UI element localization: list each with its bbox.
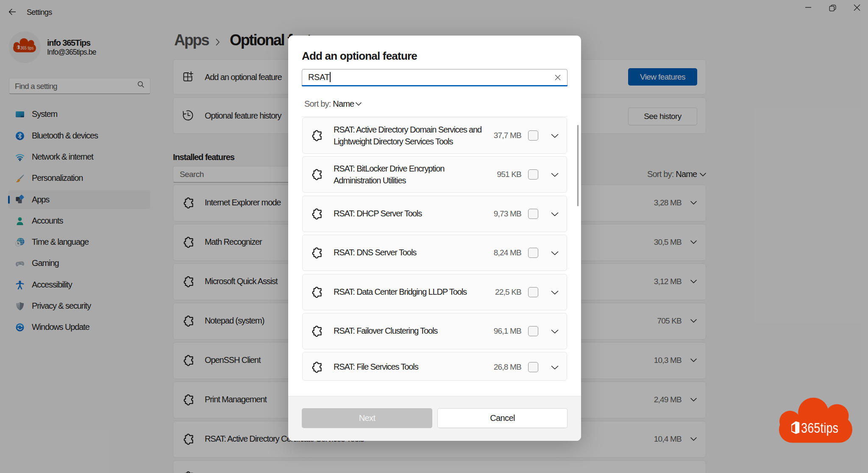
svg-text:365tips: 365tips <box>801 419 838 436</box>
